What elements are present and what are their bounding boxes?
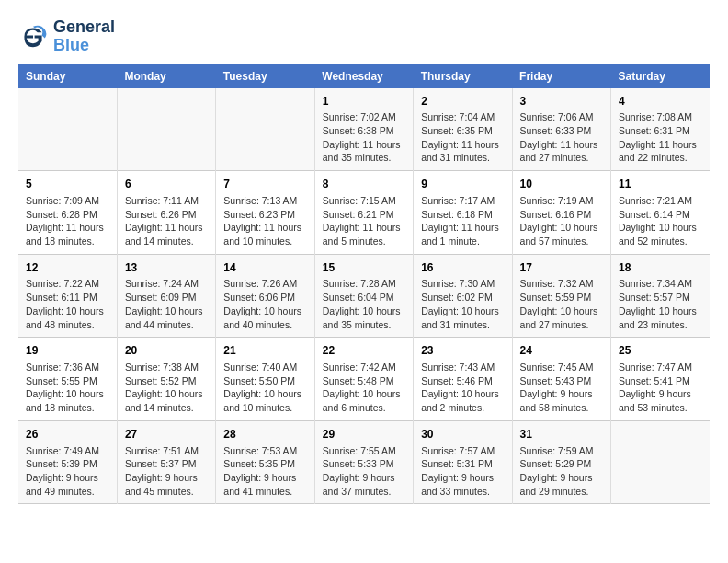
calendar-cell-2-1: 5Sunrise: 7:09 AM Sunset: 6:28 PM Daylig… xyxy=(18,171,117,255)
day-info: Sunrise: 7:30 AM Sunset: 6:02 PM Dayligh… xyxy=(421,277,504,331)
day-number: 27 xyxy=(125,427,208,442)
calendar-cell-4-5: 23Sunrise: 7:43 AM Sunset: 5:46 PM Dayli… xyxy=(414,338,512,421)
day-number: 23 xyxy=(421,343,504,359)
day-info: Sunrise: 7:08 AM Sunset: 6:31 PM Dayligh… xyxy=(619,110,702,165)
day-number: 7 xyxy=(223,177,306,192)
day-number: 11 xyxy=(619,177,702,192)
day-number: 16 xyxy=(421,260,504,276)
calendar-cell-1-3 xyxy=(216,88,314,171)
day-info: Sunrise: 7:51 AM Sunset: 5:37 PM Dayligh… xyxy=(125,444,208,499)
day-number: 21 xyxy=(223,343,306,359)
day-info: Sunrise: 7:06 AM Sunset: 6:33 PM Dayligh… xyxy=(520,110,603,165)
calendar-cell-3-6: 17Sunrise: 7:32 AM Sunset: 5:59 PM Dayli… xyxy=(512,254,610,338)
calendar-cell-2-5: 9Sunrise: 7:17 AM Sunset: 6:18 PM Daylig… xyxy=(414,171,512,255)
day-number: 14 xyxy=(223,260,306,276)
day-info: Sunrise: 7:32 AM Sunset: 5:59 PM Dayligh… xyxy=(520,277,603,331)
day-info: Sunrise: 7:21 AM Sunset: 6:14 PM Dayligh… xyxy=(619,194,702,248)
day-info: Sunrise: 7:34 AM Sunset: 5:57 PM Dayligh… xyxy=(619,277,702,331)
day-number: 8 xyxy=(323,177,405,192)
day-number: 24 xyxy=(520,343,603,359)
day-number: 13 xyxy=(125,260,208,276)
calendar-cell-4-4: 22Sunrise: 7:42 AM Sunset: 5:48 PM Dayli… xyxy=(314,338,413,421)
calendar-cell-1-1 xyxy=(18,88,117,171)
day-info: Sunrise: 7:49 AM Sunset: 5:39 PM Dayligh… xyxy=(26,444,109,499)
calendar-cell-5-3: 28Sunrise: 7:53 AM Sunset: 5:35 PM Dayli… xyxy=(216,420,314,504)
day-info: Sunrise: 7:28 AM Sunset: 6:04 PM Dayligh… xyxy=(323,277,405,331)
calendar-cell-3-5: 16Sunrise: 7:30 AM Sunset: 6:02 PM Dayli… xyxy=(414,254,512,338)
day-number: 12 xyxy=(26,260,109,276)
calendar-cell-5-2: 27Sunrise: 7:51 AM Sunset: 5:37 PM Dayli… xyxy=(117,420,215,504)
calendar-cell-5-4: 29Sunrise: 7:55 AM Sunset: 5:33 PM Dayli… xyxy=(314,420,413,504)
calendar-cell-4-6: 24Sunrise: 7:45 AM Sunset: 5:43 PM Dayli… xyxy=(512,338,610,421)
calendar-cell-1-5: 2Sunrise: 7:04 AM Sunset: 6:35 PM Daylig… xyxy=(414,88,512,171)
day-info: Sunrise: 7:45 AM Sunset: 5:43 PM Dayligh… xyxy=(520,361,603,415)
day-info: Sunrise: 7:24 AM Sunset: 6:09 PM Dayligh… xyxy=(125,277,208,331)
day-number: 2 xyxy=(421,94,504,109)
day-info: Sunrise: 7:22 AM Sunset: 6:11 PM Dayligh… xyxy=(26,277,109,331)
week-row-1: 1Sunrise: 7:02 AM Sunset: 6:38 PM Daylig… xyxy=(18,88,710,171)
day-info: Sunrise: 7:42 AM Sunset: 5:48 PM Dayligh… xyxy=(323,361,405,415)
day-number: 1 xyxy=(323,94,405,109)
weekday-header-saturday: Saturday xyxy=(611,64,710,88)
calendar-cell-1-6: 3Sunrise: 7:06 AM Sunset: 6:33 PM Daylig… xyxy=(512,88,610,171)
day-number: 6 xyxy=(125,177,208,192)
day-number: 17 xyxy=(520,260,603,276)
day-info: Sunrise: 7:40 AM Sunset: 5:50 PM Dayligh… xyxy=(223,361,306,415)
day-number: 22 xyxy=(323,343,405,359)
day-info: Sunrise: 7:11 AM Sunset: 6:26 PM Dayligh… xyxy=(125,194,208,248)
weekday-header-tuesday: Tuesday xyxy=(216,64,314,88)
day-number: 31 xyxy=(520,427,603,442)
day-info: Sunrise: 7:38 AM Sunset: 5:52 PM Dayligh… xyxy=(125,361,208,415)
logo: General Blue xyxy=(18,18,115,55)
day-number: 4 xyxy=(619,94,702,109)
day-number: 26 xyxy=(26,427,109,442)
weekday-header-wednesday: Wednesday xyxy=(314,64,413,88)
day-number: 3 xyxy=(520,94,603,109)
day-info: Sunrise: 7:04 AM Sunset: 6:35 PM Dayligh… xyxy=(421,110,504,165)
day-number: 28 xyxy=(223,427,306,442)
day-number: 18 xyxy=(619,260,702,276)
day-info: Sunrise: 7:43 AM Sunset: 5:46 PM Dayligh… xyxy=(421,361,504,415)
page-header: General Blue xyxy=(18,18,710,55)
day-info: Sunrise: 7:53 AM Sunset: 5:35 PM Dayligh… xyxy=(223,444,306,499)
calendar-cell-2-4: 8Sunrise: 7:15 AM Sunset: 6:21 PM Daylig… xyxy=(314,171,413,255)
weekday-header-friday: Friday xyxy=(512,64,610,88)
day-info: Sunrise: 7:15 AM Sunset: 6:21 PM Dayligh… xyxy=(323,194,405,248)
day-number: 30 xyxy=(421,427,504,442)
calendar-cell-1-4: 1Sunrise: 7:02 AM Sunset: 6:38 PM Daylig… xyxy=(314,88,413,171)
calendar-cell-1-2 xyxy=(117,88,215,171)
calendar-cell-3-2: 13Sunrise: 7:24 AM Sunset: 6:09 PM Dayli… xyxy=(117,254,215,338)
day-number: 19 xyxy=(26,343,109,359)
day-number: 5 xyxy=(26,177,109,192)
day-info: Sunrise: 7:36 AM Sunset: 5:55 PM Dayligh… xyxy=(26,361,109,415)
weekday-header-thursday: Thursday xyxy=(414,64,512,88)
calendar-cell-2-6: 10Sunrise: 7:19 AM Sunset: 6:16 PM Dayli… xyxy=(512,171,610,255)
day-number: 29 xyxy=(323,427,405,442)
week-row-2: 5Sunrise: 7:09 AM Sunset: 6:28 PM Daylig… xyxy=(18,171,710,255)
day-number: 20 xyxy=(125,343,208,359)
day-number: 10 xyxy=(520,177,603,192)
weekday-header-row: SundayMondayTuesdayWednesdayThursdayFrid… xyxy=(18,64,710,88)
calendar-cell-5-7 xyxy=(611,420,710,504)
day-info: Sunrise: 7:26 AM Sunset: 6:06 PM Dayligh… xyxy=(223,277,306,331)
calendar-cell-5-1: 26Sunrise: 7:49 AM Sunset: 5:39 PM Dayli… xyxy=(18,420,117,504)
calendar-cell-5-5: 30Sunrise: 7:57 AM Sunset: 5:31 PM Dayli… xyxy=(414,420,512,504)
calendar-cell-4-1: 19Sunrise: 7:36 AM Sunset: 5:55 PM Dayli… xyxy=(18,338,117,421)
day-info: Sunrise: 7:09 AM Sunset: 6:28 PM Dayligh… xyxy=(26,194,109,248)
calendar-cell-3-4: 15Sunrise: 7:28 AM Sunset: 6:04 PM Dayli… xyxy=(314,254,413,338)
calendar-cell-3-1: 12Sunrise: 7:22 AM Sunset: 6:11 PM Dayli… xyxy=(18,254,117,338)
week-row-3: 12Sunrise: 7:22 AM Sunset: 6:11 PM Dayli… xyxy=(18,254,710,338)
weekday-header-sunday: Sunday xyxy=(18,64,117,88)
day-number: 25 xyxy=(619,343,702,359)
calendar-cell-2-2: 6Sunrise: 7:11 AM Sunset: 6:26 PM Daylig… xyxy=(117,171,215,255)
calendar-cell-4-7: 25Sunrise: 7:47 AM Sunset: 5:41 PM Dayli… xyxy=(611,338,710,421)
day-info: Sunrise: 7:55 AM Sunset: 5:33 PM Dayligh… xyxy=(323,444,405,499)
day-number: 15 xyxy=(323,260,405,276)
calendar-table: SundayMondayTuesdayWednesdayThursdayFrid… xyxy=(18,64,710,505)
calendar-cell-3-3: 14Sunrise: 7:26 AM Sunset: 6:06 PM Dayli… xyxy=(216,254,314,338)
day-info: Sunrise: 7:57 AM Sunset: 5:31 PM Dayligh… xyxy=(421,444,504,499)
calendar-cell-3-7: 18Sunrise: 7:34 AM Sunset: 5:57 PM Dayli… xyxy=(611,254,710,338)
day-info: Sunrise: 7:19 AM Sunset: 6:16 PM Dayligh… xyxy=(520,194,603,248)
logo-text: General Blue xyxy=(53,18,115,55)
day-info: Sunrise: 7:02 AM Sunset: 6:38 PM Dayligh… xyxy=(323,110,405,165)
